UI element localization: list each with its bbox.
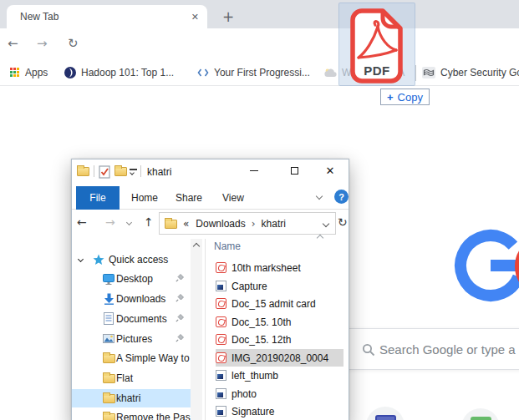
tree-item-label: A Simple Way to <box>116 352 190 364</box>
tree-item-khatri-selected[interactable]: khatri <box>72 389 191 407</box>
minimize-button[interactable] <box>242 159 267 181</box>
layers-favicon <box>422 67 435 78</box>
file-row-selected[interactable]: IMG_20190208_0004 <box>216 349 343 367</box>
bookmark-your-first-progressive[interactable]: Your First Progressi... <box>197 60 310 85</box>
nav-back-button[interactable]: ← <box>77 215 87 229</box>
folder-icon <box>103 374 115 383</box>
ribbon-tab-share[interactable]: Share <box>176 186 202 210</box>
file-row[interactable]: left_thumb <box>216 367 343 384</box>
tree-item-label: khatri <box>116 392 140 404</box>
tree-scrollbar[interactable] <box>191 239 202 420</box>
properties-check-icon[interactable] <box>99 165 110 179</box>
qat-customize-chevron-icon[interactable] <box>130 170 135 175</box>
back-button[interactable]: ← <box>8 36 18 51</box>
close-button[interactable]: ✕ <box>318 159 343 181</box>
nav-forward-button[interactable]: → <box>105 215 115 229</box>
pin-icon <box>176 314 184 322</box>
tree-item-pictures[interactable]: Pictures <box>72 330 191 348</box>
explorer-content: Quick access Desktop Downloads <box>72 239 349 420</box>
explorer-title-bar[interactable]: khatri ✕ <box>72 159 349 185</box>
pdf-file-icon <box>216 334 226 345</box>
maximize-button[interactable] <box>282 159 307 181</box>
column-header-name[interactable]: Name <box>214 240 241 252</box>
tree-item-documents[interactable]: Documents <box>72 310 191 328</box>
address-dropdown-chevron-icon[interactable] <box>323 220 329 227</box>
file-name: Doc_15. 12th <box>232 334 291 346</box>
apps-grid-icon <box>10 68 20 78</box>
file-row[interactable]: photo <box>216 385 343 402</box>
file-row[interactable]: 10th marksheet <box>216 259 343 276</box>
image-file-icon <box>216 370 226 381</box>
drag-ghost: PDF <box>338 3 415 86</box>
documents-icon <box>104 312 114 325</box>
breadcrumb-parent[interactable]: Downloads <box>196 218 245 230</box>
breadcrumb-current[interactable]: khatri <box>262 218 286 230</box>
ribbon-tab-row: File Home Share View ? <box>72 185 349 210</box>
ribbon-collapse-chevron-icon[interactable] <box>316 193 323 200</box>
breadcrumb-prefix[interactable]: « <box>183 218 189 230</box>
navigation-pane: Quick access Desktop Downloads <box>72 239 191 420</box>
maximize-icon <box>291 167 298 175</box>
breadcrumb-separator: › <box>252 218 256 230</box>
help-button[interactable]: ? <box>334 190 349 204</box>
pdf-file-icon <box>216 352 226 363</box>
shortcut-tile-icon <box>471 417 491 420</box>
expander-chevron-icon[interactable] <box>78 256 84 262</box>
pin-icon <box>176 334 184 342</box>
tab-close-icon[interactable]: ✕ <box>191 12 199 23</box>
tab-new-tab[interactable]: New Tab ✕ <box>7 5 207 28</box>
minimize-icon <box>250 170 258 171</box>
refresh-button[interactable]: ↻ <box>338 215 348 229</box>
file-row[interactable]: Doc_15. 12th <box>216 331 343 348</box>
tree-item-label: Documents <box>116 313 167 325</box>
tree-item-desktop[interactable]: Desktop <box>72 270 191 288</box>
file-name: photo <box>232 388 257 400</box>
browser-toolbar: ← → ↻ Search Google or type a URL <box>0 28 519 60</box>
pin-icon <box>176 274 184 282</box>
tree-item-label: Quick access <box>109 254 168 266</box>
ribbon-tab-view[interactable]: View <box>222 186 244 210</box>
folder-icon <box>103 413 115 420</box>
tree-item-label: Flat <box>116 372 133 384</box>
hadoop-favicon <box>64 67 76 78</box>
nav-up-button[interactable]: ↑ <box>144 215 154 229</box>
window-folder-icon <box>77 167 89 176</box>
apps-label: Apps <box>25 67 48 78</box>
bookmark-cyber-security[interactable]: Cyber Security Go <box>422 60 519 85</box>
search-icon <box>362 343 375 357</box>
ribbon-tab-home[interactable]: Home <box>131 186 158 210</box>
tree-item-label: Desktop <box>116 273 153 285</box>
tree-item-folder[interactable]: A Simple Way to <box>72 349 191 367</box>
forward-button[interactable]: → <box>37 36 48 51</box>
recent-locations-chevron-icon[interactable] <box>126 220 132 225</box>
new-folder-icon[interactable] <box>114 167 127 176</box>
file-name: Signature <box>232 406 274 417</box>
tree-item-folder[interactable]: Flat <box>72 369 191 387</box>
tree-item-downloads[interactable]: Downloads <box>72 290 191 308</box>
downloads-icon <box>104 293 114 305</box>
pdf-file-icon <box>216 262 226 273</box>
file-name: Doc_15 admit card <box>232 298 316 310</box>
google-search-placeholder: Search Google or type a <box>379 342 516 357</box>
shortcut-tile[interactable] <box>366 407 405 420</box>
shortcut-tile[interactable] <box>461 408 500 420</box>
address-bar[interactable]: « Downloads › khatri <box>159 212 336 235</box>
file-row[interactable]: Doc_15 admit card <box>216 295 343 312</box>
file-row[interactable]: Capture <box>216 277 343 295</box>
reload-button[interactable]: ↻ <box>68 36 79 51</box>
folder-icon <box>103 354 115 363</box>
new-tab-button[interactable]: + <box>218 7 238 27</box>
ribbon-tab-file[interactable]: File <box>76 186 120 210</box>
tree-item-quick-access[interactable]: Quick access <box>72 250 191 269</box>
tree-item-folder[interactable]: Remove the Pas <box>72 408 191 420</box>
file-row[interactable]: Signature <box>216 402 343 420</box>
bookmark-hadoop[interactable]: Hadoop 101: Top 1... <box>64 60 174 85</box>
pdf-file-icon <box>216 298 226 309</box>
apps-shortcut[interactable]: Apps <box>10 60 48 85</box>
google-search-bar[interactable]: Search Google or type a <box>328 328 519 370</box>
tree-item-label: Pictures <box>116 333 152 345</box>
cloud-favicon <box>324 68 337 78</box>
bookmark-label: Hadoop 101: Top 1... <box>81 67 174 78</box>
file-row[interactable]: Doc_15. 10th <box>216 313 343 331</box>
shortcut-tile-icon <box>375 415 396 420</box>
